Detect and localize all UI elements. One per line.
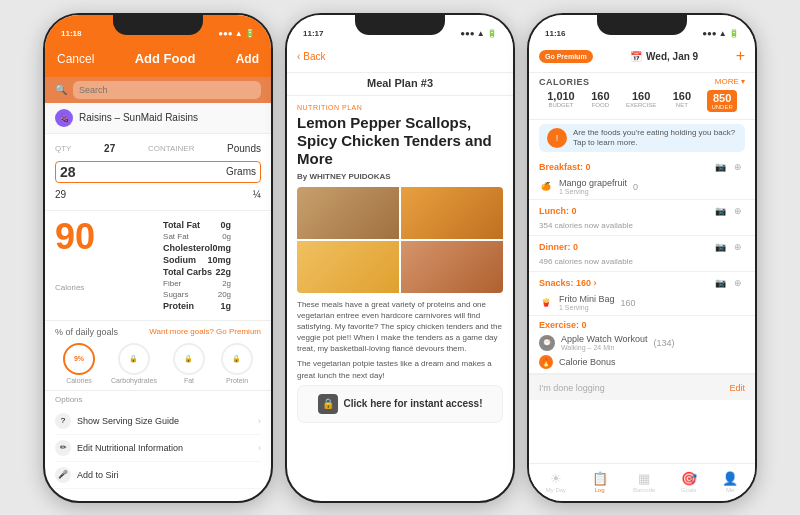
daily-goals-header: % of daily goals Want more goals? Go Pre… — [55, 327, 261, 337]
calories-display: 90 Calories Total Fat 0g Sat Fat 0g Chol… — [45, 211, 271, 320]
protein-row: Protein 1g — [163, 300, 231, 312]
nav-me[interactable]: 👤 Me — [722, 471, 738, 493]
net-label: NET — [673, 102, 691, 108]
fat-circle: 🔒 Fat — [173, 343, 205, 384]
log-label: Log — [595, 487, 605, 493]
barcode-label: Barcode — [633, 487, 655, 493]
goals-circles: 9% Calories 🔒 Carbohydrates 🔒 Fat 🔒 Prot… — [55, 343, 261, 384]
recipe-title: Lemon Pepper Scallops, Spicy Chicken Ten… — [297, 114, 503, 168]
watch-info: Apple Watch Workout Walking – 24 Min — [561, 334, 648, 351]
daily-goals-section: % of daily goals Want more goals? Go Pre… — [45, 320, 271, 390]
status-icons-3: ●●● ▲ 🔋 — [702, 29, 739, 38]
dinner-avail: 496 calories now available — [539, 256, 745, 269]
status-icons-2: ●●● ▲ 🔋 — [460, 29, 497, 38]
breakfast-icons: 📷 ⊕ — [713, 160, 745, 174]
daily-goals-label: % of daily goals — [55, 327, 118, 337]
exercise-section: Exercise: 0 ⌚ Apple Watch Workout Walkin… — [529, 316, 755, 374]
sugars-row: Sugars 20g — [163, 289, 231, 300]
mango-info: Mango grapefruit 1 Serving — [559, 178, 627, 195]
exercise-label[interactable]: Exercise: 0 — [539, 320, 587, 330]
nav-barcode[interactable]: ▦ Barcode — [633, 471, 655, 493]
dinner-header: Dinner: 0 📷 ⊕ — [539, 240, 745, 254]
phone-3: 11:16 ●●● ▲ 🔋 Go Premium 📅 Wed, Jan 9 + … — [527, 13, 757, 503]
camera-icon-dinner[interactable]: 📷 — [713, 240, 727, 254]
fruit-icon: 🍊 — [539, 180, 553, 194]
calories-circle: 9% Calories — [63, 343, 95, 384]
goals-icon: 🎯 — [681, 471, 697, 486]
fraction-unit: ¼ — [253, 189, 261, 200]
date-label: Wed, Jan 9 — [646, 51, 698, 62]
snacks-label[interactable]: Snacks: 160 › — [539, 278, 597, 288]
content-area: NUTRITION PLAN Lemon Pepper Scallops, Sp… — [287, 96, 513, 482]
options-label: Options — [55, 395, 261, 404]
barcode-icon: ▦ — [638, 471, 650, 486]
watch-icon: ⌚ — [539, 335, 555, 351]
nav-goals[interactable]: 🎯 Goals — [681, 471, 697, 493]
meal-plan-title-bar: Meal Plan #3 — [287, 73, 513, 96]
exercise-label: EXERCISE — [626, 102, 656, 108]
siri-item[interactable]: 🎤 Add to Siri — [55, 462, 261, 489]
promo-text: Are the foods you're eating holding you … — [573, 128, 735, 149]
author-prefix: By — [297, 172, 309, 181]
notch-3 — [597, 15, 687, 35]
add-snacks-icon[interactable]: ⊕ — [731, 276, 745, 290]
bottom-nav: ☀ My Day 📋 Log ▦ Barcode 🎯 Goals 👤 Me — [529, 463, 755, 501]
cancel-button[interactable]: Cancel — [57, 52, 94, 66]
serving-row-fraction: 29 ¼ — [55, 184, 261, 206]
dinner-label[interactable]: Dinner: 0 — [539, 242, 578, 252]
lunch-header: Lunch: 0 📷 ⊕ — [539, 204, 745, 218]
camera-icon-breakfast[interactable]: 📷 — [713, 160, 727, 174]
calories-title-row: CALORIES MORE ▾ — [539, 77, 745, 87]
protein-circle-ring: 🔒 — [221, 343, 253, 375]
lunch-label[interactable]: Lunch: 0 — [539, 206, 577, 216]
serving-row-grams[interactable]: 28 Grams — [55, 161, 261, 183]
cal-icon: 📅 — [630, 51, 642, 62]
promo-banner[interactable]: ! Are the foods you're eating holding yo… — [539, 124, 745, 153]
add-food-title: Add Food — [135, 51, 196, 66]
search-input[interactable] — [73, 81, 261, 99]
snack-icon: 🍟 — [539, 296, 553, 310]
budget-stat: 1,010 BUDGET — [547, 90, 575, 112]
food-image-2 — [401, 187, 503, 239]
lock-cta-box[interactable]: 🔒 Click here for instant access! — [297, 385, 503, 423]
nav-log[interactable]: 📋 Log — [592, 471, 608, 493]
chevron-icon-2: › — [258, 443, 261, 453]
calories-circle-ring: 9% — [63, 343, 95, 375]
serving-size-guide-item[interactable]: ? Show Serving Size Guide › — [55, 408, 261, 435]
snacks-section: Snacks: 160 › 📷 ⊕ 🍟 Frito Mini Bag 1 Ser… — [529, 272, 755, 316]
nav-my-day[interactable]: ☀ My Day — [546, 471, 566, 493]
edit-nutritional-item[interactable]: ✏ Edit Nutritional Information › — [55, 435, 261, 462]
header-bar-1: Cancel Add Food Add — [45, 41, 271, 77]
dinner-icons: 📷 ⊕ — [713, 240, 745, 254]
log-icon: 📋 — [592, 471, 608, 486]
camera-icon-lunch[interactable]: 📷 — [713, 204, 727, 218]
phone-1: 11:18 ●●● ▲ 🔋 Cancel Add Food Add 🔍 🍇 Ra… — [43, 13, 273, 503]
done-logging-bar: I'm done logging Edit — [529, 374, 755, 400]
fat-circle-ring: 🔒 — [173, 343, 205, 375]
promo-icon: ! — [547, 128, 567, 148]
food-item-bar: 🍇 Raisins – SunMaid Raisins — [45, 103, 271, 134]
phone-2: 11:17 ●●● ▲ 🔋 ‹ Back Meal Plan #3 NUTRIT… — [285, 13, 515, 503]
under-stat: 850 UNDER — [707, 90, 736, 112]
add-button[interactable]: Add — [236, 52, 259, 66]
siri-text: Add to Siri — [77, 470, 119, 480]
more-button[interactable]: MORE ▾ — [715, 77, 745, 86]
qty-value: 27 — [104, 143, 115, 154]
carbs-circle: 🔒 Carbohydrates — [111, 343, 157, 384]
breakfast-label[interactable]: Breakfast: 0 — [539, 162, 591, 172]
nutrition-table: Total Fat 0g Sat Fat 0g Cholesterol 0mg … — [103, 219, 241, 316]
budget-label: BUDGET — [547, 102, 575, 108]
back-button[interactable]: ‹ Back — [297, 51, 326, 62]
go-premium-button[interactable]: Go Premium — [539, 50, 593, 63]
grape-icon: 🍇 — [55, 109, 73, 127]
sat-fat-row: Sat Fat 0g — [163, 231, 231, 242]
add-breakfast-icon[interactable]: ⊕ — [731, 160, 745, 174]
add-dinner-icon[interactable]: ⊕ — [731, 240, 745, 254]
total-fat-row: Total Fat 0g — [163, 219, 231, 231]
add-meal-button[interactable]: + — [736, 47, 745, 65]
food-images-grid — [297, 187, 503, 293]
add-lunch-icon[interactable]: ⊕ — [731, 204, 745, 218]
edit-button[interactable]: Edit — [729, 383, 745, 393]
premium-link[interactable]: Want more goals? Go Premium — [149, 327, 261, 336]
camera-icon-snacks[interactable]: 📷 — [713, 276, 727, 290]
